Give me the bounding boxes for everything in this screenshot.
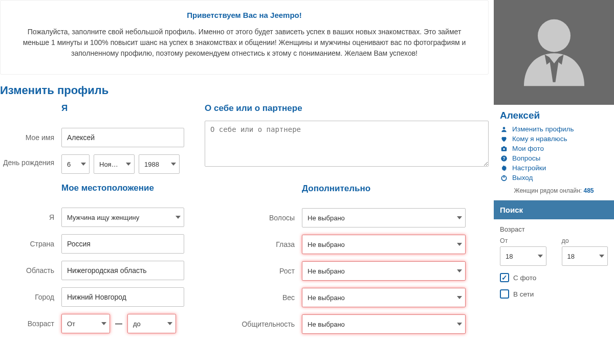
chevron-down-icon xyxy=(457,296,462,299)
welcome-title: Приветствуем Вас на Jeempo! xyxy=(16,11,473,19)
sidebar-link-edit[interactable]: Изменить профиль xyxy=(500,124,608,134)
search-age-from-label: От xyxy=(500,237,546,244)
sidebar-link-settings[interactable]: Настройки xyxy=(500,163,608,173)
hair-select[interactable]: Не выбрано xyxy=(302,208,466,228)
about-textarea[interactable] xyxy=(205,121,489,167)
height-select[interactable]: Не выбрано xyxy=(302,261,466,281)
search-age-to-label: до xyxy=(562,237,608,244)
sidebar-link-questions[interactable]: ? Вопросы xyxy=(500,153,608,163)
age-from-select[interactable]: От xyxy=(61,314,110,333)
chevron-down-icon xyxy=(81,163,86,166)
sidebar-link-photos[interactable]: Мои фото xyxy=(500,144,608,153)
sidebar-link-likes[interactable]: Кому я нравлюсь xyxy=(500,134,608,144)
chevron-down-icon xyxy=(599,255,604,258)
chevron-down-icon xyxy=(538,255,543,258)
hair-label: Волосы xyxy=(205,214,302,222)
chevron-down-icon xyxy=(171,163,176,166)
chevron-down-icon xyxy=(176,216,181,219)
checkbox-with-photo[interactable]: С фото xyxy=(500,273,608,282)
sidebar-username: Алексей xyxy=(500,110,608,121)
heading-about: О себе или о партнере xyxy=(205,103,489,113)
social-select[interactable]: Не выбрано xyxy=(302,314,466,334)
search-header: Поиск xyxy=(494,200,614,219)
chevron-down-icon xyxy=(101,322,106,325)
search-age-from-select[interactable]: 18 xyxy=(500,246,546,266)
online-counter: Женщин рядом онлайн: 485 xyxy=(500,186,608,196)
eyes-select[interactable]: Не выбрано xyxy=(302,235,466,254)
question-icon: ? xyxy=(500,155,508,162)
heart-icon xyxy=(500,135,508,143)
chevron-down-icon xyxy=(457,243,462,246)
checkbox-icon xyxy=(500,289,509,299)
welcome-text: Пожалуйста, заполните свой небольшой про… xyxy=(16,27,473,59)
svg-point-1 xyxy=(503,127,506,129)
social-label: Общительность xyxy=(205,320,302,328)
checkbox-icon xyxy=(500,273,509,282)
city-input[interactable] xyxy=(61,287,184,307)
sidebar-link-logout[interactable]: Выход xyxy=(500,173,608,183)
city-label: Город xyxy=(0,293,61,301)
age-to-select[interactable]: до xyxy=(127,314,176,333)
welcome-box: Приветствуем Вас на Jeempo! Пожалуйста, … xyxy=(0,0,489,75)
birth-year-select[interactable]: 1988 xyxy=(139,154,180,174)
heading-additional: Дополнительно xyxy=(302,184,489,194)
weight-label: Вес xyxy=(205,293,302,302)
region-input[interactable] xyxy=(61,261,184,280)
avatar xyxy=(494,0,614,105)
svg-text:?: ? xyxy=(503,156,506,161)
heading-i: Я xyxy=(61,103,189,113)
camera-icon xyxy=(500,145,508,152)
gear-icon xyxy=(500,165,508,172)
birthday-label: День рождения xyxy=(0,154,61,167)
chevron-down-icon xyxy=(167,322,172,325)
country-input[interactable] xyxy=(61,234,184,254)
age-label: Возраст xyxy=(0,320,61,328)
checkbox-online[interactable]: В сети xyxy=(500,289,608,299)
search-age-label: Возраст xyxy=(500,225,608,233)
heading-location: Мое местоположение xyxy=(61,183,189,193)
page-title: Изменить профиль xyxy=(0,84,489,97)
user-icon xyxy=(500,126,508,133)
chevron-down-icon xyxy=(457,323,462,326)
height-label: Рост xyxy=(205,267,302,275)
name-input[interactable] xyxy=(61,128,184,147)
name-label: Мое имя xyxy=(0,133,61,142)
seeking-label: Я xyxy=(0,213,61,221)
weight-select[interactable]: Не выбрано xyxy=(302,288,466,307)
power-icon xyxy=(500,174,508,181)
chevron-down-icon xyxy=(126,163,131,166)
region-label: Область xyxy=(0,266,61,275)
chevron-down-icon xyxy=(457,269,462,272)
dash: — xyxy=(115,320,122,328)
seeking-select[interactable]: Мужчина ищу женщину xyxy=(61,208,184,227)
birth-day-select[interactable]: 6 xyxy=(61,154,90,174)
chevron-down-icon xyxy=(457,216,462,219)
search-age-to-select[interactable]: 18 xyxy=(562,246,608,266)
svg-point-3 xyxy=(503,148,505,150)
eyes-label: Глаза xyxy=(205,240,302,248)
svg-rect-4 xyxy=(503,146,506,147)
country-label: Страна xyxy=(0,240,61,248)
person-icon xyxy=(516,12,593,94)
svg-point-0 xyxy=(538,19,571,52)
birth-month-select[interactable]: Ноя… xyxy=(94,154,135,174)
